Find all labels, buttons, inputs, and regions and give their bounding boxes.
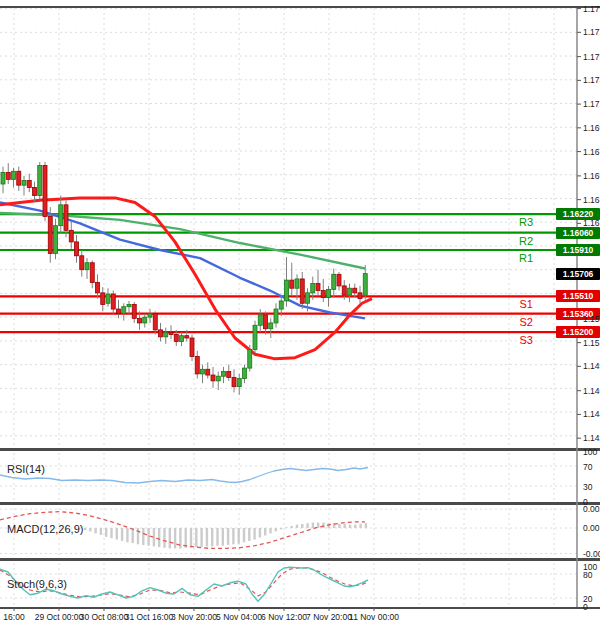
bear-candle xyxy=(6,172,10,179)
blue-ma-line xyxy=(0,203,365,319)
bear-candle xyxy=(316,284,320,291)
bull-candle xyxy=(285,280,289,301)
bull-candle xyxy=(38,165,42,195)
macd-axis-label: 0.00 xyxy=(583,523,600,533)
level-label-r2: R2 xyxy=(487,235,533,247)
price-axis-label: 1.16965 xyxy=(583,123,600,133)
price-axis-label: 1.14695 xyxy=(583,386,600,396)
bull-candle xyxy=(164,332,168,337)
rsi-axis-label: 100 xyxy=(583,447,597,457)
bear-candle xyxy=(69,230,73,242)
bull-candle xyxy=(248,350,252,369)
bear-candle xyxy=(232,377,236,386)
bull-candle xyxy=(54,226,58,254)
bull-candle xyxy=(201,369,205,374)
bear-candle xyxy=(90,263,94,283)
bull-candle xyxy=(59,205,63,226)
bear-candle xyxy=(342,286,346,295)
rsi-label: RSI(14) xyxy=(7,463,45,476)
bear-candle xyxy=(117,309,121,314)
macd-label: MACD(12,26,9) xyxy=(7,523,83,536)
price-axis-label: 1.16345 xyxy=(583,195,600,205)
bull-candle xyxy=(274,309,278,323)
bear-candle xyxy=(190,338,194,357)
bear-candle xyxy=(211,375,215,381)
bear-candle xyxy=(27,181,31,188)
bull-candle xyxy=(295,279,299,288)
bear-candle xyxy=(17,171,21,185)
panel-separator xyxy=(0,607,600,609)
trading-chart-window: R31.16220R21.16060R11.15910S11.15510S21.… xyxy=(0,0,600,630)
bear-candle xyxy=(206,369,210,375)
rsi-axis-label: 30 xyxy=(583,482,592,492)
bear-candle xyxy=(169,332,173,334)
bull-candle xyxy=(253,325,257,349)
bull-candle xyxy=(332,274,336,289)
bull-candle xyxy=(216,376,220,381)
macd-axis-label: 0.002772 xyxy=(583,504,600,514)
current-price-badge: 1.15706 xyxy=(556,268,600,280)
rsi-axis-label: 70 xyxy=(583,462,592,472)
resistance-badge-r1: 1.15910 xyxy=(556,244,600,256)
stoch-label: Stoch(9,6,3) xyxy=(7,578,67,591)
bear-candle xyxy=(43,165,47,216)
bear-candle xyxy=(321,291,325,298)
bull-candle xyxy=(327,289,331,297)
bear-candle xyxy=(353,288,357,293)
panel-separator xyxy=(0,558,600,561)
level-label-s2: S2 xyxy=(487,316,533,328)
bull-candle xyxy=(222,372,226,377)
price-axis-label: 1.17580 xyxy=(583,52,600,62)
bull-candle xyxy=(306,293,310,303)
bear-candle xyxy=(111,294,115,309)
price-axis-label: 1.15110 xyxy=(583,338,600,348)
bull-candle xyxy=(279,301,283,309)
support-badge-s1: 1.15510 xyxy=(556,290,600,302)
bear-candle xyxy=(290,280,294,288)
x-axis-label: 11 Nov 00:00 xyxy=(342,612,406,622)
price-axis-label: 1.14905 xyxy=(583,361,600,371)
panel-separator xyxy=(0,6,600,8)
bear-candle xyxy=(300,279,304,303)
bear-candle xyxy=(48,216,52,253)
bull-candle xyxy=(22,181,26,186)
price-axis-label: 1.16550 xyxy=(583,171,600,181)
bear-candle xyxy=(185,336,189,338)
price-axis-label: 1.14490 xyxy=(583,409,600,419)
bull-candle xyxy=(311,284,315,293)
bull-candle xyxy=(143,317,147,323)
bull-candle xyxy=(12,171,16,179)
panel-separator xyxy=(0,502,600,505)
macd-axis-label: -0.003753 xyxy=(583,549,600,559)
bull-candle xyxy=(85,263,89,270)
price-axis-label: 1.16140 xyxy=(583,218,600,228)
price-axis-label: 1.17170 xyxy=(583,99,600,109)
bull-candle xyxy=(269,323,273,329)
price-axis-label: 1.17375 xyxy=(583,75,600,85)
bear-candle xyxy=(227,372,231,378)
bull-candle xyxy=(180,336,184,342)
bear-candle xyxy=(80,256,84,270)
stoch-axis-label: 0 xyxy=(583,602,588,612)
bull-candle xyxy=(243,368,247,378)
price-axis-label: 1.16760 xyxy=(583,147,600,157)
bear-candle xyxy=(96,282,100,292)
bull-candle xyxy=(258,315,262,325)
panel-separator xyxy=(0,448,600,451)
level-label-r3: R3 xyxy=(487,216,533,228)
level-label-r1: R1 xyxy=(487,252,533,264)
level-label-s1: S1 xyxy=(487,298,533,310)
bull-candle xyxy=(363,274,367,296)
bear-candle xyxy=(195,357,199,374)
bear-candle xyxy=(75,242,79,256)
level-label-s3: S3 xyxy=(487,334,533,346)
support-badge-s3: 1.15200 xyxy=(556,326,600,338)
bear-candle xyxy=(132,304,136,318)
bear-candle xyxy=(153,314,157,330)
price-axis-label: 1.17995 xyxy=(583,4,600,14)
bull-candle xyxy=(122,307,126,314)
stoch-axis-label: 80 xyxy=(583,570,592,580)
bear-candle xyxy=(33,187,37,195)
bear-candle xyxy=(138,318,142,323)
bull-candle xyxy=(127,304,131,306)
